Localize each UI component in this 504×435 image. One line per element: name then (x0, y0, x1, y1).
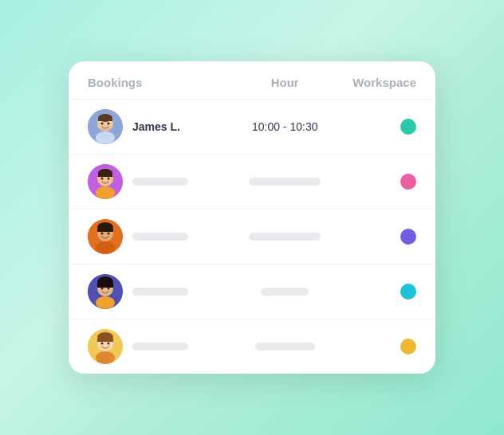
placeholder-hour (261, 288, 309, 296)
header-workspace: Workspace (351, 76, 416, 89)
avatar (88, 274, 123, 309)
workspace-dot (400, 119, 416, 135)
svg-point-7 (100, 127, 111, 131)
placeholder-name (132, 343, 188, 351)
placeholder-name (132, 178, 188, 186)
placeholder-name (132, 233, 188, 241)
row-hour-cell (219, 343, 351, 351)
svg-point-9 (96, 186, 115, 199)
row-bookings-cell (88, 274, 219, 309)
row-hour-cell (219, 233, 351, 241)
table-row: James L. 10:00 - 10:30 (69, 99, 435, 154)
row-bookings-cell (88, 219, 219, 254)
row-workspace-cell (351, 229, 416, 245)
svg-point-27 (101, 288, 104, 290)
user-name: James L. (132, 120, 180, 133)
avatar (88, 164, 123, 199)
hour-value: 10:00 - 10:30 (252, 120, 318, 133)
row-workspace-cell (351, 174, 416, 190)
placeholder-hour (249, 233, 321, 241)
workspace-dot (400, 174, 416, 190)
row-bookings-cell (88, 164, 219, 199)
svg-point-20 (101, 233, 104, 235)
table-row (69, 209, 435, 264)
svg-point-35 (108, 343, 110, 345)
svg-rect-4 (98, 118, 112, 121)
svg-point-1 (96, 131, 115, 144)
table-header: Bookings Hour Workspace (69, 61, 435, 99)
table-row (69, 264, 435, 319)
svg-rect-12 (98, 173, 112, 177)
placeholder-hour (249, 178, 321, 186)
row-hour-cell (219, 178, 351, 186)
svg-point-5 (101, 123, 104, 125)
svg-point-23 (96, 296, 115, 309)
avatar (88, 219, 123, 254)
placeholder-hour (255, 343, 315, 351)
row-hour-cell: 10:00 - 10:30 (219, 120, 351, 134)
svg-point-14 (108, 178, 110, 180)
svg-point-6 (108, 123, 110, 125)
svg-point-28 (108, 288, 110, 290)
svg-point-30 (96, 351, 115, 364)
avatar (88, 329, 123, 364)
row-workspace-cell (351, 339, 416, 355)
svg-rect-33 (97, 339, 113, 342)
workspace-dot (400, 339, 416, 355)
row-bookings-cell: James L. (88, 109, 219, 144)
header-hour: Hour (219, 76, 351, 89)
header-bookings: Bookings (88, 76, 219, 89)
row-bookings-cell (88, 329, 219, 364)
row-hour-cell (219, 288, 351, 296)
svg-rect-26 (97, 284, 113, 288)
svg-point-16 (96, 241, 115, 254)
avatar (88, 109, 123, 144)
placeholder-name (132, 288, 188, 296)
bookings-card: Bookings Hour Workspace (69, 61, 435, 374)
workspace-dot (400, 229, 416, 245)
row-workspace-cell (351, 284, 416, 300)
svg-rect-19 (97, 229, 113, 232)
table-row (69, 319, 435, 374)
workspace-dot (400, 284, 416, 300)
svg-point-21 (108, 233, 110, 235)
row-workspace-cell (351, 119, 416, 135)
svg-point-34 (101, 343, 104, 345)
table-row (69, 154, 435, 209)
svg-point-13 (101, 178, 104, 180)
